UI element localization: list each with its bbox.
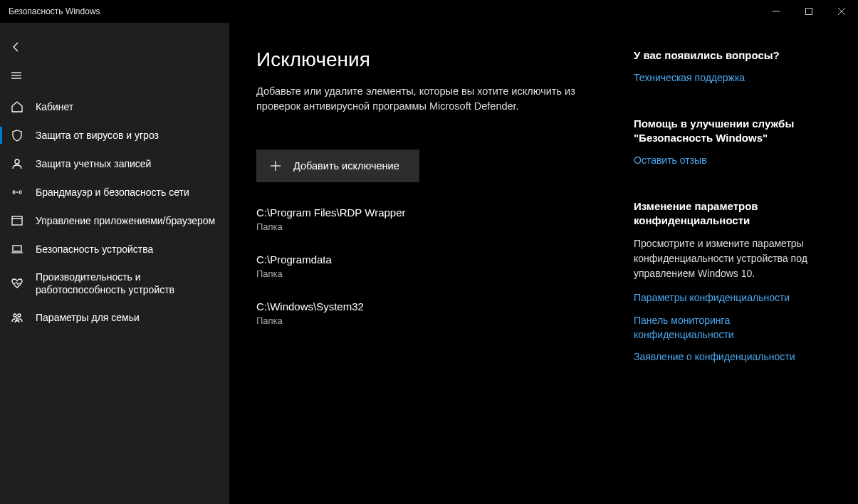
page-title: Исключения xyxy=(256,48,619,71)
page-description: Добавьте или удалите элементы, которые в… xyxy=(256,84,584,114)
sidebar-item-label: Защита от вирусов и угроз xyxy=(36,129,159,142)
feedback-link[interactable]: Оставить отзыв xyxy=(634,154,819,168)
sidebar-item-virus-protection[interactable]: Защита от вирусов и угроз xyxy=(0,121,229,149)
plus-icon xyxy=(269,159,282,172)
content: Исключения Добавьте или удалите элементы… xyxy=(229,23,858,504)
exclusions-list: C:\Program Files\RDP Wrapper Папка C:\Pr… xyxy=(256,206,619,326)
aside-section-feedback: Помощь в улучшении службы "Безопасность … xyxy=(634,117,819,168)
aside-title: Помощь в улучшении службы "Безопасность … xyxy=(634,117,819,146)
sidebar-item-label: Параметры для семьи xyxy=(36,311,140,324)
sidebar-item-device-security[interactable]: Безопасность устройства xyxy=(0,235,229,263)
exclusion-path: C:\Programdata xyxy=(256,253,619,266)
svg-rect-1 xyxy=(806,9,812,15)
heart-icon xyxy=(10,276,24,290)
shield-icon xyxy=(10,128,24,142)
sidebar-item-label: Брандмауэр и безопасность сети xyxy=(36,186,189,199)
window-controls xyxy=(760,0,858,23)
sidebar-item-label: Управление приложениями/браузером xyxy=(36,214,215,227)
minimize-button[interactable] xyxy=(760,0,792,23)
svg-point-8 xyxy=(16,191,18,193)
aside-title: Изменение параметров конфиденциальности xyxy=(634,199,819,229)
window-title: Безопасность Windows xyxy=(9,6,100,16)
exclusion-item[interactable]: C:\Programdata Папка xyxy=(256,253,619,279)
sidebar: Кабинет Защита от вирусов и угроз Защита… xyxy=(0,23,229,504)
add-exclusion-button[interactable]: Добавить исключение xyxy=(256,149,419,182)
titlebar: Безопасность Windows xyxy=(0,0,858,23)
aside-section-privacy: Изменение параметров конфиденциальности … xyxy=(634,199,819,364)
sidebar-item-home[interactable]: Кабинет xyxy=(0,93,229,121)
account-icon xyxy=(10,157,24,171)
menu-button[interactable] xyxy=(0,61,229,90)
sidebar-item-label: Безопасность устройства xyxy=(36,243,153,256)
privacy-settings-link[interactable]: Параметры конфиденциальности xyxy=(634,291,819,305)
svg-point-15 xyxy=(16,318,19,320)
exclusion-path: C:\Windows\System32 xyxy=(256,300,619,313)
wifi-icon xyxy=(10,185,24,199)
family-icon xyxy=(10,310,24,325)
exclusion-item[interactable]: C:\Windows\System32 Папка xyxy=(256,300,619,326)
close-button[interactable] xyxy=(825,0,858,23)
home-icon xyxy=(10,100,24,114)
device-icon xyxy=(10,242,24,256)
svg-rect-9 xyxy=(12,216,22,225)
exclusion-type: Папка xyxy=(256,221,619,232)
main-column: Исключения Добавьте или удалите элементы… xyxy=(256,48,619,504)
aside-column: У вас появились вопросы? Техническая под… xyxy=(634,48,819,504)
aside-section-questions: У вас появились вопросы? Техническая под… xyxy=(634,48,819,85)
privacy-dashboard-link[interactable]: Панель мониторинга конфиденциальности xyxy=(634,314,819,342)
privacy-statement-link[interactable]: Заявление о конфиденциальности xyxy=(634,350,819,364)
svg-point-14 xyxy=(18,314,21,317)
sidebar-item-account-protection[interactable]: Защита учетных записей xyxy=(0,149,229,178)
sidebar-item-label: Защита учетных записей xyxy=(36,157,151,170)
svg-point-13 xyxy=(14,314,16,317)
svg-point-7 xyxy=(15,159,19,164)
exclusion-type: Папка xyxy=(256,268,619,279)
sidebar-item-label: Кабинет xyxy=(36,100,73,113)
exclusion-path: C:\Program Files\RDP Wrapper xyxy=(256,206,619,219)
sidebar-item-firewall[interactable]: Брандмауэр и безопасность сети xyxy=(0,178,229,206)
maximize-button[interactable] xyxy=(792,0,825,23)
sidebar-item-device-performance[interactable]: Производительность и работоспособность у… xyxy=(0,263,229,303)
sidebar-item-label: Производительность и работоспособность у… xyxy=(36,271,219,296)
exclusion-type: Папка xyxy=(256,315,619,326)
app-icon xyxy=(10,214,24,228)
aside-title: У вас появились вопросы? xyxy=(634,48,819,63)
sidebar-item-family-options[interactable]: Параметры для семьи xyxy=(0,303,229,332)
back-button[interactable] xyxy=(0,33,229,61)
nav: Кабинет Защита от вирусов и угроз Защита… xyxy=(0,93,229,332)
add-exclusion-label: Добавить исключение xyxy=(293,160,399,172)
exclusion-item[interactable]: C:\Program Files\RDP Wrapper Папка xyxy=(256,206,619,232)
tech-support-link[interactable]: Техническая поддержка xyxy=(634,71,819,85)
aside-text: Просмотрите и измените параметры конфиде… xyxy=(634,236,819,281)
svg-rect-11 xyxy=(13,246,21,251)
sidebar-item-app-browser-control[interactable]: Управление приложениями/браузером xyxy=(0,206,229,235)
